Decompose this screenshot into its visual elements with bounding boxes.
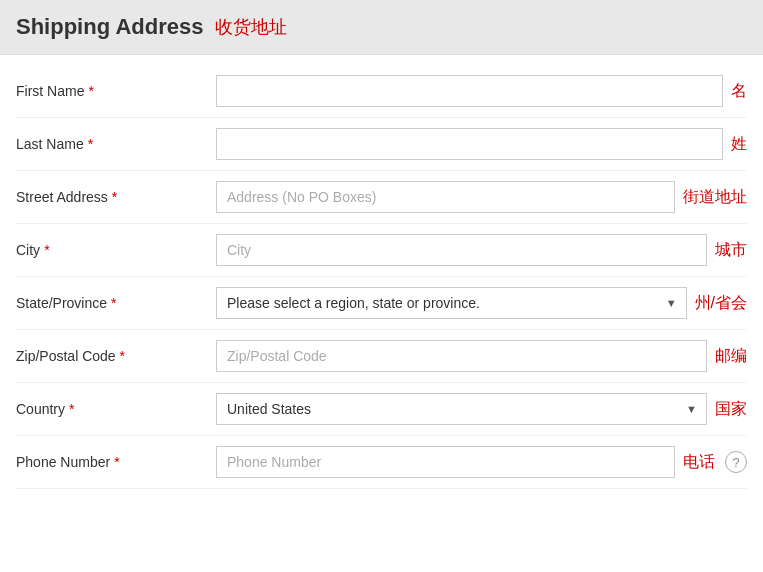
last-name-annotation: 姓 xyxy=(731,134,747,155)
city-field: 城市 xyxy=(216,234,747,266)
first-name-input-wrapper: 名 xyxy=(216,75,747,107)
last-name-label: Last Name * xyxy=(16,136,216,152)
country-select[interactable]: United States xyxy=(216,393,707,425)
city-row: City * 城市 xyxy=(16,224,747,277)
street-address-annotation: 街道地址 xyxy=(683,187,747,208)
first-name-input[interactable] xyxy=(216,75,723,107)
page-container: Shipping Address 收货地址 First Name * 名 Las… xyxy=(0,0,763,572)
section-header: Shipping Address 收货地址 xyxy=(0,0,763,55)
state-province-wrapper: Please select a region, state or provinc… xyxy=(216,287,747,319)
section-title: Shipping Address xyxy=(16,14,203,40)
first-name-field: 名 xyxy=(216,75,747,107)
street-address-field: 街道地址 xyxy=(216,181,747,213)
first-name-row: First Name * 名 xyxy=(16,65,747,118)
country-annotation: 国家 xyxy=(715,399,747,420)
last-name-input-wrapper: 姓 xyxy=(216,128,747,160)
zip-code-input[interactable] xyxy=(216,340,707,372)
zip-code-field: 邮编 xyxy=(216,340,747,372)
form-body: First Name * 名 Last Name * 姓 xyxy=(0,55,763,499)
phone-number-input[interactable] xyxy=(216,446,675,478)
street-address-input[interactable] xyxy=(216,181,675,213)
city-input[interactable] xyxy=(216,234,707,266)
phone-number-input-wrapper: 电话 xyxy=(216,446,715,478)
zip-code-label: Zip/Postal Code * xyxy=(16,348,216,364)
country-wrapper: United States 国家 xyxy=(216,393,747,425)
last-name-field: 姓 xyxy=(216,128,747,160)
city-input-wrapper: 城市 xyxy=(216,234,747,266)
state-province-row: State/Province * Please select a region,… xyxy=(16,277,747,330)
first-name-label: First Name * xyxy=(16,83,216,99)
phone-number-label: Phone Number * xyxy=(16,454,216,470)
last-name-input[interactable] xyxy=(216,128,723,160)
zip-code-row: Zip/Postal Code * 邮编 xyxy=(16,330,747,383)
phone-number-row: Phone Number * 电话 ? xyxy=(16,436,747,489)
street-address-row: Street Address * 街道地址 xyxy=(16,171,747,224)
phone-number-field: 电话 ? xyxy=(216,446,747,478)
state-province-select[interactable]: Please select a region, state or provinc… xyxy=(216,287,687,319)
last-name-row: Last Name * 姓 xyxy=(16,118,747,171)
country-field: United States 国家 xyxy=(216,393,747,425)
state-province-label: State/Province * xyxy=(16,295,216,311)
zip-code-annotation: 邮编 xyxy=(715,346,747,367)
section-title-chinese: 收货地址 xyxy=(215,15,287,39)
state-province-annotation: 州/省会 xyxy=(695,293,747,314)
phone-number-annotation: 电话 xyxy=(683,452,715,473)
state-province-field: Please select a region, state or provinc… xyxy=(216,287,747,319)
country-label: Country * xyxy=(16,401,216,417)
city-label: City * xyxy=(16,242,216,258)
street-address-input-wrapper: 街道地址 xyxy=(216,181,747,213)
country-select-wrapper: United States xyxy=(216,393,707,425)
country-row: Country * United States 国家 xyxy=(16,383,747,436)
street-address-label: Street Address * xyxy=(16,189,216,205)
city-annotation: 城市 xyxy=(715,240,747,261)
state-province-select-wrapper: Please select a region, state or provinc… xyxy=(216,287,687,319)
zip-code-input-wrapper: 邮编 xyxy=(216,340,747,372)
phone-help-icon[interactable]: ? xyxy=(725,451,747,473)
first-name-annotation: 名 xyxy=(731,81,747,102)
